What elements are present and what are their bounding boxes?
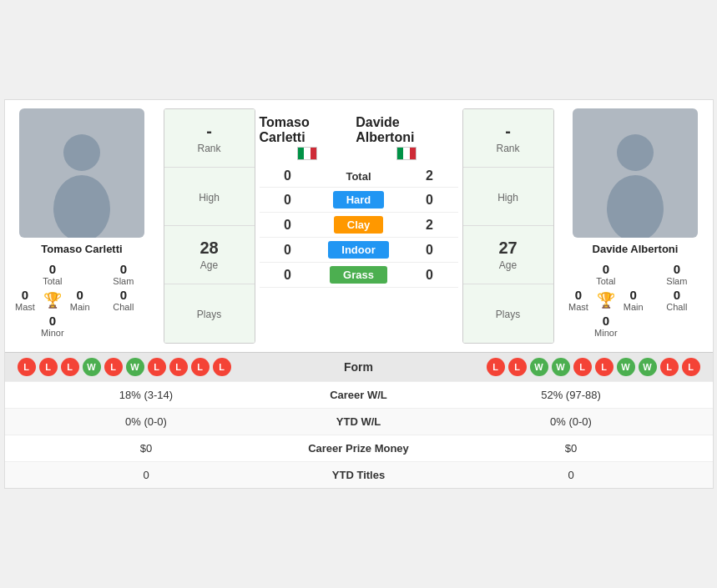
- form-badge-right: L: [573, 358, 592, 376]
- form-badge-left: L: [39, 358, 58, 376]
- form-badge-left: L: [213, 358, 231, 376]
- left-age-section: 28 Age: [164, 226, 255, 284]
- ytd-titles-label: YTD Titles: [275, 469, 442, 481]
- right-minor-label: Minor: [568, 328, 644, 338]
- left-player-name: Tomaso Carletti: [41, 243, 122, 255]
- left-minor-label: Minor: [15, 328, 90, 338]
- right-slam-val: 0: [652, 262, 702, 276]
- left-plays-label: Plays: [197, 309, 221, 320]
- right-mast-val: 0: [568, 288, 588, 302]
- left-total-val: 0: [15, 262, 90, 276]
- ytd-wl-label: YTD W/L: [275, 415, 442, 428]
- right-player-avatar: [573, 108, 698, 238]
- grass-badge: Grass: [330, 266, 387, 284]
- right-total-val: 0: [568, 262, 644, 276]
- right-player-block: Davide Albertoni 0 Total 0 Slam 0 Mast 🏆: [558, 108, 713, 344]
- right-chall-val: 0: [652, 288, 702, 302]
- ytd-wl-row: 0% (0-0) YTD W/L 0% (0-0): [5, 408, 713, 435]
- ytd-titles-row: 0 YTD Titles 0: [5, 461, 713, 488]
- form-badge-right: W: [530, 358, 548, 376]
- left-main-label: Main: [70, 302, 90, 312]
- right-player-silhouette: [598, 129, 673, 238]
- left-high-label: High: [199, 192, 220, 204]
- right-info-card: - Rank High 27 Age Plays: [462, 108, 554, 344]
- right-slam-label: Slam: [652, 276, 702, 286]
- right-age-section: 27 Age: [463, 226, 553, 284]
- right-name-flag: Davide Albertoni: [356, 115, 457, 162]
- form-left: LLLWLWLLLL: [18, 358, 309, 376]
- names-row: Tomaso Carletti Davide Albertoni: [260, 108, 458, 165]
- left-mast-label: Mast: [15, 302, 35, 312]
- form-right: LLWWLLWWLL: [409, 358, 700, 376]
- left-mast-row: 0 Mast 🏆 0 Main: [15, 288, 90, 312]
- right-plays-label: Plays: [496, 309, 520, 320]
- left-age-label: Age: [200, 259, 218, 271]
- left-rank-val: -: [206, 122, 212, 141]
- clay-score-label: Clay: [313, 216, 405, 234]
- right-main-label: Main: [624, 302, 644, 312]
- total-label: Total: [346, 170, 371, 183]
- career-prize-label: Career Prize Money: [275, 442, 442, 455]
- form-badge-right: W: [639, 358, 657, 376]
- left-slam-val: 0: [98, 262, 149, 276]
- left-total-label: Total: [15, 276, 90, 286]
- left-chall-val: 0: [98, 288, 149, 302]
- left-age-val: 28: [199, 239, 218, 258]
- left-rank-label: Rank: [197, 143, 220, 154]
- form-badge-left: L: [104, 358, 123, 376]
- form-badge-left: L: [169, 358, 188, 376]
- form-badge-right: L: [595, 358, 613, 376]
- svg-point-2: [617, 134, 654, 171]
- left-chall-label: Chall: [98, 302, 149, 312]
- left-name-flag: Tomaso Carletti: [260, 115, 356, 162]
- ytd-wl-left: 0% (0-0): [18, 415, 275, 428]
- grass-score-right: 0: [405, 268, 455, 283]
- hard-score-left: 0: [263, 193, 313, 208]
- clay-score-right: 2: [405, 218, 455, 233]
- form-badge-left: L: [148, 358, 166, 376]
- right-chall-label: Chall: [652, 302, 702, 312]
- ytd-titles-right: 0: [442, 469, 700, 481]
- grass-score-label: Grass: [313, 266, 405, 284]
- indoor-score-right: 0: [405, 243, 455, 258]
- career-prize-left: $0: [18, 442, 275, 455]
- right-mast-label: Mast: [568, 302, 588, 312]
- right-header-name: Davide Albertoni: [356, 115, 457, 145]
- ytd-wl-right: 0% (0-0): [442, 415, 700, 428]
- form-badge-right: W: [552, 358, 570, 376]
- svg-point-3: [607, 175, 664, 238]
- total-score-left: 0: [263, 168, 313, 183]
- career-prize-row: $0 Career Prize Money $0: [5, 435, 713, 461]
- right-rank-val: -: [505, 122, 511, 141]
- right-flag: [396, 147, 417, 160]
- indoor-score-label: Indoor: [313, 241, 405, 259]
- form-badge-right: L: [487, 358, 505, 376]
- hard-score-right: 0: [405, 193, 455, 208]
- hard-badge: Hard: [333, 191, 385, 209]
- career-prize-right: $0: [442, 442, 700, 455]
- right-trophy-icon: 🏆: [597, 291, 615, 309]
- left-trophy-icon: 🏆: [43, 291, 62, 309]
- form-badge-right: L: [508, 358, 527, 376]
- left-flag: [297, 147, 317, 160]
- clay-score-left: 0: [263, 218, 313, 233]
- right-rank-label: Rank: [496, 143, 519, 154]
- clay-score-row: 0 Clay 2: [260, 213, 458, 238]
- right-plays-section: Plays: [463, 284, 553, 343]
- left-high-section: High: [164, 168, 255, 226]
- left-mast-val: 0: [15, 288, 35, 302]
- right-mast-row: 0 Mast 🏆 0 Main: [568, 288, 644, 312]
- ytd-titles-left: 0: [18, 469, 275, 481]
- hard-score-label: Hard: [313, 191, 405, 209]
- middle-score-block: Tomaso Carletti Davide Albertoni 0 Total…: [260, 108, 458, 344]
- right-player-name: Davide Albertoni: [593, 243, 679, 255]
- form-badge-left: W: [83, 358, 101, 376]
- right-main-val: 0: [624, 288, 644, 302]
- right-high-label: High: [497, 192, 518, 204]
- career-wl-left: 18% (3-14): [18, 389, 275, 401]
- form-badge-right: L: [660, 358, 679, 376]
- right-age-val: 27: [498, 239, 517, 258]
- left-player-block: Tomaso Carletti 0 Total 0 Slam 0 Mast 🏆: [5, 108, 159, 344]
- left-player-silhouette: [44, 129, 119, 238]
- right-minor-val: 0: [568, 314, 644, 328]
